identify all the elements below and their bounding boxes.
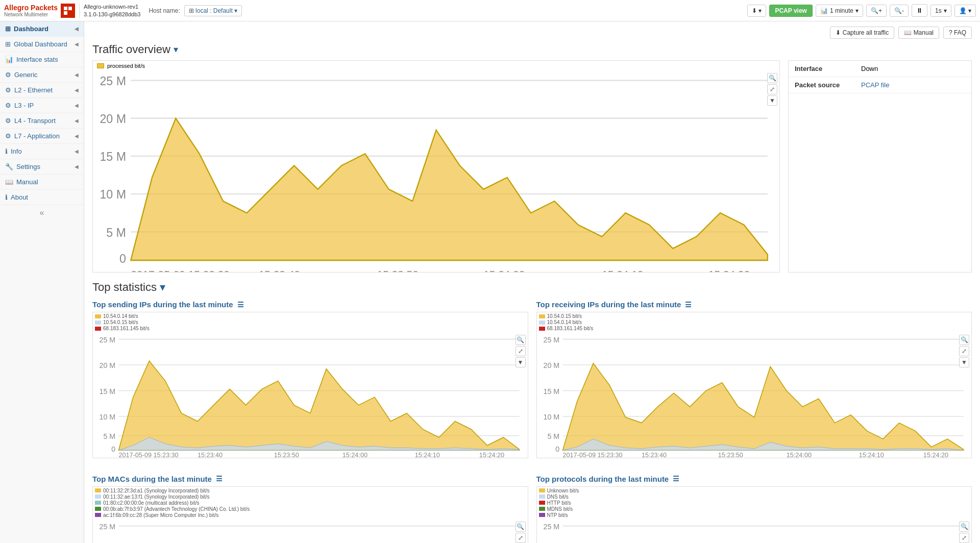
receiving-zoom-in[interactable]: 🔍 <box>959 335 969 345</box>
svg-marker-35 <box>118 361 519 450</box>
svg-rect-1 <box>68 7 72 10</box>
protocols-zoom-in[interactable]: 🔍 <box>959 522 969 532</box>
manual-button[interactable]: 📖 Manual <box>898 27 939 39</box>
sidebar-item-settings[interactable]: 🔧 Settings ◀ <box>0 159 84 175</box>
svg-text:15:23:40: 15:23:40 <box>259 268 300 272</box>
traffic-chart-svg: 25 M 20 M 15 M 10 M 5 M 0 <box>93 71 779 272</box>
capture-all-button[interactable]: ⬇ Capture all traffic <box>830 27 894 39</box>
svg-text:0: 0 <box>119 252 126 265</box>
top-receiving-ips-title: Top receiving IPs during the last minute… <box>536 300 972 309</box>
svg-text:25 M: 25 M <box>100 75 126 88</box>
svg-marker-16 <box>131 118 768 260</box>
sidebar-arrow-info: ◀ <box>75 149 79 154</box>
logo-text: Allegro Packets Network Multimeter <box>4 4 58 17</box>
sidebar-item-l4-transport[interactable]: ⚙ L4 - Transport ◀ <box>0 113 84 129</box>
sidebar-item-generic[interactable]: ⚙ Generic ◀ <box>0 67 84 83</box>
sidebar-label-global-dashboard: Global Dashboard <box>14 40 67 48</box>
l3-icon: ⚙ <box>5 102 11 109</box>
svg-text:10 M: 10 M <box>543 413 559 422</box>
sending-zoom-in[interactable]: 🔍 <box>516 335 526 345</box>
protocols-expand[interactable]: ⤢ <box>959 533 969 543</box>
svg-text:2017-05-09 15:23:30: 2017-05-09 15:23:30 <box>131 268 230 272</box>
l7-icon: ⚙ <box>5 132 11 140</box>
top-stats-dropdown[interactable]: ▾ <box>160 281 165 294</box>
traffic-expand[interactable]: ⤢ <box>767 84 777 94</box>
user-button[interactable]: 👤 ▾ <box>954 5 976 17</box>
pause-button[interactable]: ⏸ <box>912 4 927 17</box>
traffic-zoom-in[interactable]: 🔍 <box>767 73 777 83</box>
receiving-ips-list-icon[interactable]: ☰ <box>685 301 692 309</box>
macs-zoom-in[interactable]: 🔍 <box>516 522 526 532</box>
traffic-chart-wrapper: processed bit/s 🔍 ⤢ ▼ 25 M 20 M 15 M <box>92 60 780 273</box>
svg-text:25 M: 25 M <box>100 523 116 531</box>
sidebar-item-info[interactable]: ℹ Info ◀ <box>0 144 84 159</box>
download-button[interactable]: ⬇ ▾ <box>747 5 766 17</box>
svg-text:15:24:20: 15:24:20 <box>923 452 948 458</box>
faq-button[interactable]: ? FAQ <box>943 27 972 39</box>
time-select-button[interactable]: 📊 1 minute ▾ <box>816 5 863 17</box>
info-table: Interface Down Packet source PCAP file <box>789 61 971 93</box>
traffic-zoom-down[interactable]: ▼ <box>767 95 777 106</box>
protocols-legend: Unknown bit/s DNS bit/s HTTP bit/s MDNS … <box>537 487 972 520</box>
svg-rect-0 <box>64 7 67 10</box>
sidebar-collapse-button[interactable]: « <box>0 205 84 220</box>
svg-text:15:24:00: 15:24:00 <box>483 268 525 272</box>
svg-text:0: 0 <box>111 446 115 454</box>
top-macs-title: Top MACs during the last minute ☰ <box>92 475 528 483</box>
about-icon: ℹ <box>5 193 8 201</box>
macs-expand[interactable]: ⤢ <box>516 533 526 543</box>
generic-icon: ⚙ <box>5 71 11 79</box>
svg-text:15:23:40: 15:23:40 <box>641 452 666 458</box>
traffic-legend: processed bit/s <box>93 61 779 71</box>
sidebar-label-interface-stats: Interface stats <box>16 56 58 63</box>
zoom-out-button[interactable]: 🔍- <box>890 5 909 17</box>
sidebar-item-l3-ip[interactable]: ⚙ L3 - IP ◀ <box>0 98 84 113</box>
info-row-packet-source: Packet source PCAP file <box>789 77 971 93</box>
sending-ips-legend: 10.54.0.14 bit/s 10.54.0.15 bit/s 68.183… <box>93 312 528 333</box>
protocols-list-icon[interactable]: ☰ <box>673 475 679 483</box>
sidebar-item-global-dashboard[interactable]: ⊞ Global Dashboard ◀ <box>0 37 84 52</box>
top-macs-chart: 00:11:32:2f:3d:a1 (Synology Incorporated… <box>92 486 528 543</box>
sidebar-item-l7-application[interactable]: ⚙ L7 - Application ◀ <box>0 129 84 144</box>
sidebar-item-interface-stats[interactable]: 📊 Interface stats <box>0 52 84 67</box>
top-protocols-section: Top protocols during the last minute ☰ U… <box>536 475 972 543</box>
top-macs-section: Top MACs during the last minute ☰ 00:11:… <box>92 475 528 543</box>
book-icon: 📖 <box>904 29 912 36</box>
sidebar-item-about[interactable]: ℹ About <box>0 190 84 205</box>
zoom-in-button[interactable]: 🔍+ <box>866 5 887 17</box>
svg-text:15 M: 15 M <box>100 150 126 163</box>
macs-list-icon[interactable]: ☰ <box>216 475 223 483</box>
info-box: Interface Down Packet source PCAP file <box>788 60 972 273</box>
hostname-button[interactable]: ⊞ local : Default ▾ <box>184 5 242 16</box>
receiving-expand[interactable]: ⤢ <box>959 346 969 356</box>
svg-rect-3 <box>68 11 72 15</box>
receiving-zoom-down[interactable]: ▼ <box>959 357 969 367</box>
l2-icon: ⚙ <box>5 86 11 94</box>
sidebar-item-manual[interactable]: 📖 Manual <box>0 175 84 190</box>
sidebar-arrow-settings: ◀ <box>75 164 79 169</box>
content-area: ⬇ Capture all traffic 📖 Manual ? FAQ Tra… <box>84 21 980 543</box>
sidebar-label-dashboard: Dashboard <box>14 25 48 33</box>
traffic-overview-dropdown[interactable]: ▾ <box>174 44 178 55</box>
sending-ips-svg: 25 M 20 M 15 M 10 M 5 M 0 <box>93 333 528 457</box>
protocols-svg: 25 M 20 M 15 M 10 M 5 M 0 <box>537 520 972 543</box>
svg-text:0: 0 <box>555 446 559 454</box>
logo-title: Allegro Packets <box>4 4 58 12</box>
sending-zoom-down[interactable]: ▼ <box>516 357 526 367</box>
svg-text:2017-05-09 15:23:30: 2017-05-09 15:23:30 <box>118 452 178 458</box>
sending-ips-list-icon[interactable]: ☰ <box>237 301 244 309</box>
svg-text:5 M: 5 M <box>106 226 126 239</box>
pcap-view-button[interactable]: PCAP view <box>769 5 812 17</box>
top-protocols-title: Top protocols during the last minute ☰ <box>536 475 972 483</box>
svg-text:25 M: 25 M <box>543 523 559 531</box>
pcap-link[interactable]: PCAP file <box>861 81 889 89</box>
sidebar-label-about: About <box>11 193 28 201</box>
sidebar-label-l3: L3 - IP <box>14 102 34 109</box>
sending-expand[interactable]: ⤢ <box>516 346 526 356</box>
sidebar-item-l2-ethernet[interactable]: ⚙ L2 - Ethernet ◀ <box>0 83 84 98</box>
sidebar-item-dashboard[interactable]: ⊞ Dashboard ◀ <box>0 21 84 37</box>
sidebar-arrow-l2: ◀ <box>75 87 79 93</box>
top-receiving-ips-section: Top receiving IPs during the last minute… <box>536 300 972 458</box>
svg-text:15:24:10: 15:24:10 <box>859 452 884 458</box>
interval-button[interactable]: 1s ▾ <box>930 5 951 17</box>
